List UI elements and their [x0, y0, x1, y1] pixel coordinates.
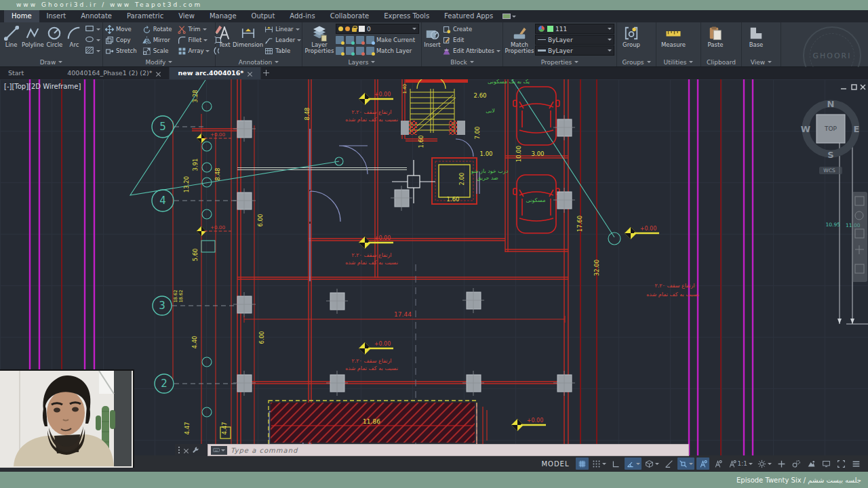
close-icon[interactable]	[184, 448, 189, 453]
svg-text:10.95: 10.95	[826, 222, 841, 228]
command-input[interactable]: Type a command	[208, 444, 689, 456]
create-block-button[interactable]: Create	[442, 24, 500, 35]
viewcube[interactable]: N W S E TOP WCS	[801, 99, 860, 174]
otrack-toggle[interactable]	[663, 458, 675, 470]
hatch-button[interactable]	[85, 45, 100, 56]
svg-text:W: W	[801, 124, 810, 134]
customization-plus-button[interactable]	[775, 458, 788, 470]
lineweight-select[interactable]: ByLayer	[535, 45, 614, 56]
ortho-toggle[interactable]	[610, 458, 623, 470]
mirror-button[interactable]: Mirror	[142, 35, 172, 45]
display-button[interactable]	[820, 458, 833, 470]
clean-screen-button[interactable]	[835, 458, 848, 470]
paste-button[interactable]: Paste	[703, 24, 728, 48]
move-button[interactable]: Move	[105, 24, 137, 35]
panel-label-annotation[interactable]: Annotation	[216, 58, 302, 66]
svg-text:+0.00: +0.00	[374, 341, 391, 347]
layer-tool-icon	[356, 47, 364, 55]
trim-button[interactable]: Trim	[178, 24, 210, 35]
model-space-label[interactable]: MODEL	[541, 460, 569, 468]
file-tab-start[interactable]: Start	[0, 67, 32, 79]
workspace-switch-button[interactable]	[756, 458, 773, 470]
new-tab-button[interactable]	[261, 67, 271, 79]
panel-label-properties[interactable]: Properties	[503, 58, 616, 66]
panel-label-utilities[interactable]: Utilities	[656, 58, 701, 66]
table-button[interactable]: Table	[264, 45, 301, 56]
osnap-toggle[interactable]	[677, 458, 694, 470]
customize-wrench-icon[interactable]	[192, 446, 200, 454]
ribbon-tab-featured-apps[interactable]: Featured Apps	[437, 10, 500, 22]
panel-label-clipboard[interactable]: Clipboard	[701, 58, 741, 66]
leader-button[interactable]: Leader	[264, 35, 301, 45]
copy-button[interactable]: Copy	[105, 35, 137, 45]
command-line-grip[interactable]	[175, 444, 208, 456]
rectangle-button[interactable]	[85, 24, 100, 35]
scale-button[interactable]: Scale	[142, 45, 172, 56]
match-properties-button[interactable]: Match Properties	[505, 24, 534, 54]
annotation-scale-button[interactable]: 1:1	[726, 458, 754, 470]
measure-button[interactable]: Measure	[658, 24, 688, 48]
isolate-objects-button[interactable]	[790, 458, 803, 470]
panel-label-layers[interactable]: Layers	[302, 58, 421, 66]
command-placeholder: Type a command	[231, 447, 298, 454]
array-button[interactable]: Array	[178, 45, 210, 56]
window-controls[interactable]	[841, 85, 865, 89]
snap-toggle[interactable]	[591, 458, 608, 470]
dimension-button[interactable]: Dimension	[233, 24, 263, 48]
file-tab-phase1[interactable]: 40040164_Phase1 (2) (2)*	[59, 67, 170, 79]
base-button[interactable]: Base	[744, 24, 768, 48]
ribbon-tab-insert[interactable]: Insert	[39, 10, 74, 22]
panel-label-block[interactable]: Block	[422, 58, 502, 66]
ribbon-tab-collaborate[interactable]: Collaborate	[323, 10, 377, 22]
ribbon-tab-view[interactable]: View	[171, 10, 202, 22]
file-tab-newarc[interactable]: new arc.4004016*	[170, 67, 261, 79]
ribbon-tab-home[interactable]: Home	[4, 10, 39, 22]
ribbon-tab-addins[interactable]: Add-ins	[282, 10, 322, 22]
layer-properties-button[interactable]: Layer Properties	[304, 24, 334, 54]
edit-attributes-button[interactable]: Edit Attributes	[442, 45, 500, 56]
layer-select[interactable]: 0	[336, 24, 419, 34]
match-layer-button[interactable]: Match Layer	[336, 45, 419, 56]
panel-label-view[interactable]: View	[742, 58, 781, 66]
arc-button[interactable]: Arc	[65, 24, 83, 48]
panel-label-groups[interactable]: Groups	[617, 58, 656, 66]
viewport-label[interactable]: [-][Top][2D Wireframe]	[4, 83, 81, 90]
group-button[interactable]: Group	[619, 24, 644, 48]
stretch-button[interactable]: Stretch	[105, 45, 137, 56]
ribbon-tab-manage[interactable]: Manage	[202, 10, 244, 22]
text-button[interactable]: Text	[218, 24, 231, 48]
line-button[interactable]: Line	[2, 24, 20, 48]
polyline-button[interactable]: Polyline	[22, 24, 44, 48]
grid-toggle[interactable]	[576, 458, 589, 470]
make-current-button[interactable]: Make Current	[336, 35, 419, 45]
close-icon[interactable]	[248, 71, 252, 76]
file-tab-bar: Start 40040164_Phase1 (2) (2)* new arc.4…	[0, 67, 868, 79]
recent-commands-chip[interactable]	[211, 446, 227, 455]
interface-button[interactable]	[500, 10, 518, 22]
polar-tracking-toggle[interactable]	[625, 458, 642, 470]
rotate-button[interactable]: Rotate	[142, 24, 172, 35]
ellipse-button[interactable]	[85, 35, 100, 45]
status-menu-button[interactable]	[850, 458, 863, 470]
linetype-select[interactable]: ByLayer	[535, 35, 614, 45]
isodraft-toggle[interactable]	[644, 458, 660, 470]
ribbon-tab-parametric[interactable]: Parametric	[119, 10, 171, 22]
navigation-bar[interactable]	[852, 192, 867, 282]
panel-label-modify[interactable]: Modify	[103, 58, 215, 66]
panel-label-draw[interactable]: Draw	[0, 58, 102, 66]
ribbon-tab-express-tools[interactable]: Express Tools	[376, 10, 437, 22]
ribbon-tab-annotate[interactable]: Annotate	[73, 10, 119, 22]
edit-block-button[interactable]: Edit	[442, 35, 500, 45]
drag-handle-icon[interactable]	[178, 446, 180, 454]
circle-button[interactable]: Circle	[45, 24, 64, 48]
graphics-performance-button[interactable]	[805, 458, 818, 470]
color-select[interactable]: 111	[535, 24, 614, 34]
annotation-autoscale-toggle[interactable]	[711, 458, 724, 470]
close-icon[interactable]	[156, 71, 161, 76]
linear-button[interactable]: Linear	[264, 24, 301, 35]
fillet-button[interactable]: Fillet	[178, 35, 210, 45]
insert-button[interactable]: Insert	[424, 24, 441, 48]
annotation-visibility-toggle[interactable]	[696, 458, 709, 470]
command-line[interactable]: Type a command	[175, 444, 689, 456]
ribbon-tab-output[interactable]: Output	[244, 10, 283, 22]
